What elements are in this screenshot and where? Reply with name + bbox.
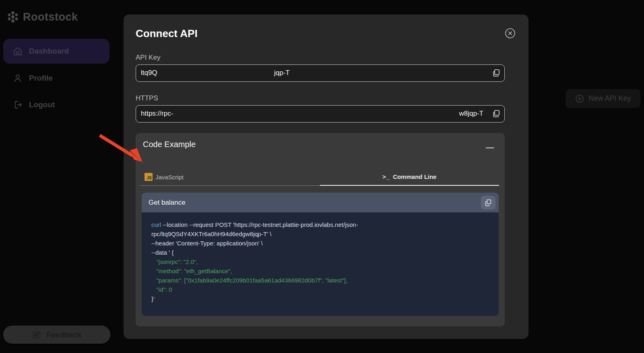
plus-circle-icon	[575, 94, 584, 104]
rootstock-logo-icon	[6, 10, 19, 23]
code-line: --data ' {	[151, 248, 489, 257]
code-lines: curl --location --request POST 'https://…	[142, 212, 499, 311]
user-icon	[13, 73, 23, 83]
modal-title: Connect API	[136, 27, 198, 40]
api-key-value-end: jqp-T	[274, 69, 290, 77]
code-line: "method": "eth_getBalance",	[151, 266, 489, 276]
https-field[interactable]: https://rpc- w8jqp-T	[136, 105, 505, 123]
sidebar-item-label: Profile	[29, 74, 53, 83]
brand: Rootstock	[6, 10, 78, 23]
feedback-icon	[32, 330, 41, 340]
code-line: rpc/ltq9QSdY4XKTr6a0hH94d6edgw8jqp-T' \	[151, 229, 489, 239]
code-example-title: Code Example	[143, 140, 196, 149]
code-snippet-block: Get balance curl --location --request PO…	[142, 193, 499, 316]
connect-api-modal: Connect API API Key ltq9Q jqp-T HTTPS ht…	[124, 15, 528, 339]
tab-command-line[interactable]: >_ Command Line	[320, 168, 500, 186]
code-line: --header 'Content-Type: application/json…	[151, 239, 489, 248]
snippet-title: Get balance	[149, 199, 186, 207]
home-icon	[13, 46, 23, 56]
minimize-icon[interactable]: —	[485, 143, 494, 152]
sidebar-item-profile[interactable]: Profile	[3, 67, 109, 89]
code-line: "id": 0	[151, 285, 489, 294]
logout-icon	[13, 100, 23, 110]
api-key-field[interactable]: ltq9Q jqp-T	[136, 64, 505, 82]
api-key-value-start: ltq9Q	[141, 69, 157, 77]
copy-api-key-button[interactable]	[491, 69, 501, 78]
tab-label: Command Line	[393, 173, 436, 180]
code-language-tabs: JS JavaScript >_ Command Line	[140, 168, 499, 186]
new-api-key-label: New API Key	[588, 94, 631, 103]
sidebar-item-dashboard[interactable]: Dashboard	[3, 39, 109, 64]
https-label: HTTPS	[136, 94, 158, 102]
api-key-label: API Key	[136, 54, 160, 62]
sidebar-item-label: Dashboard	[29, 47, 69, 56]
sidebar: Rootstock Dashboard Profile Logout Feedb…	[0, 0, 113, 353]
code-line: curl --location --request POST 'https://…	[151, 220, 489, 229]
code-line: "jsonrpc": "2.0",	[151, 257, 489, 266]
code-line: }'	[151, 294, 489, 303]
javascript-icon: JS	[144, 173, 153, 181]
code-snippet-header: Get balance	[142, 193, 499, 212]
https-value-end: w8jqp-T	[459, 110, 483, 118]
copy-https-button[interactable]	[491, 109, 501, 119]
close-icon[interactable]	[505, 28, 516, 39]
tab-label: JavaScript	[155, 174, 184, 181]
feedback-label: Feedback	[46, 330, 82, 339]
code-example-card: Code Example — JS JavaScript >_ Command …	[136, 133, 505, 326]
https-value-start: https://rpc-	[141, 110, 173, 118]
brand-name: Rootstock	[23, 11, 78, 23]
red-arrow-annotation	[93, 130, 149, 168]
code-line: "params": ["0x1fab9a0e24ffc209b01faa5a61…	[151, 276, 489, 285]
terminal-icon: >_	[382, 173, 390, 180]
tab-javascript[interactable]: JS JavaScript	[140, 168, 320, 186]
copy-code-button[interactable]	[481, 196, 495, 210]
sidebar-item-logout[interactable]: Logout	[3, 93, 109, 116]
new-api-key-button[interactable]: New API Key	[566, 89, 640, 108]
sidebar-item-label: Logout	[29, 100, 55, 109]
feedback-button[interactable]: Feedback	[3, 326, 110, 344]
